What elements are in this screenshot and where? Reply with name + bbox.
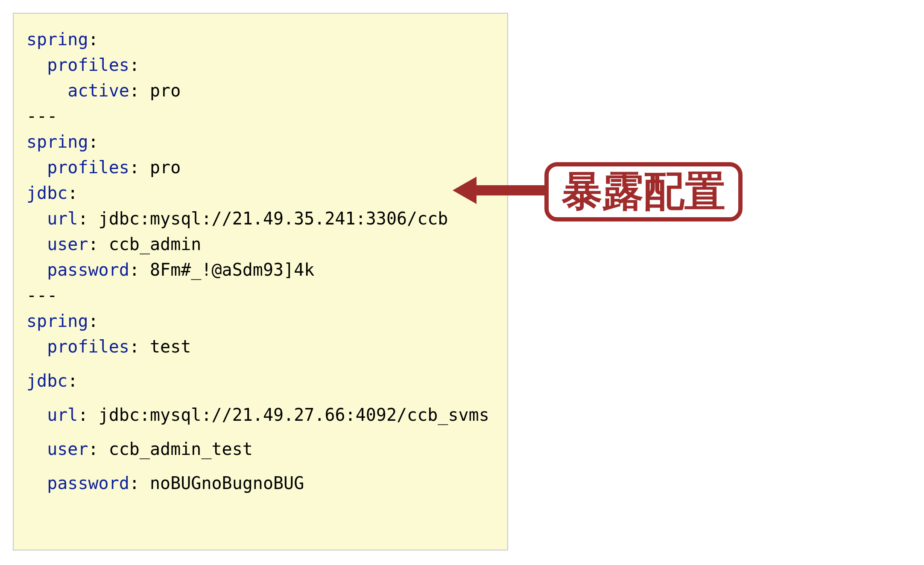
yaml-value: jdbc:mysql://21.49.27.66:4092/ccb_svms — [99, 405, 489, 425]
yaml-key: password — [47, 260, 129, 280]
yaml-key: url — [47, 405, 78, 425]
yaml-value: 8Fm#_!@aSdm93]4k — [150, 260, 314, 280]
yaml-key: profiles — [47, 55, 129, 75]
yaml-value: test — [150, 337, 191, 356]
yaml-doc-separator: --- — [26, 285, 57, 305]
yaml-key: user — [47, 439, 88, 459]
yaml-key: jdbc — [26, 371, 67, 390]
yaml-value: ccb_admin_test — [109, 439, 253, 459]
yaml-config-block: spring: profiles: active: pro --- spring… — [13, 13, 508, 550]
yaml-key: spring — [26, 132, 88, 151]
yaml-key: spring — [26, 311, 88, 331]
yaml-doc-separator: --- — [26, 106, 57, 126]
yaml-value: ccb_admin — [109, 234, 202, 254]
yaml-key: active — [67, 81, 129, 100]
yaml-key: user — [47, 234, 88, 254]
yaml-key: spring — [26, 29, 88, 49]
yaml-key: url — [47, 209, 78, 228]
callout-label: 暴露配置 — [561, 168, 725, 214]
yaml-value: pro — [150, 81, 181, 100]
yaml-key: jdbc — [26, 183, 67, 203]
yaml-key: profiles — [47, 337, 129, 356]
yaml-key: profiles — [47, 157, 129, 177]
yaml-value: jdbc:mysql://21.49.35.241:3306/ccb — [99, 209, 448, 228]
yaml-value: pro — [150, 157, 181, 177]
arrow-head-icon — [453, 177, 477, 204]
yaml-key: password — [47, 473, 129, 493]
arrow-shaft — [476, 185, 544, 195]
exposed-config-callout: 暴露配置 — [544, 162, 743, 221]
yaml-value: noBUGnoBugnoBUG — [150, 473, 304, 493]
